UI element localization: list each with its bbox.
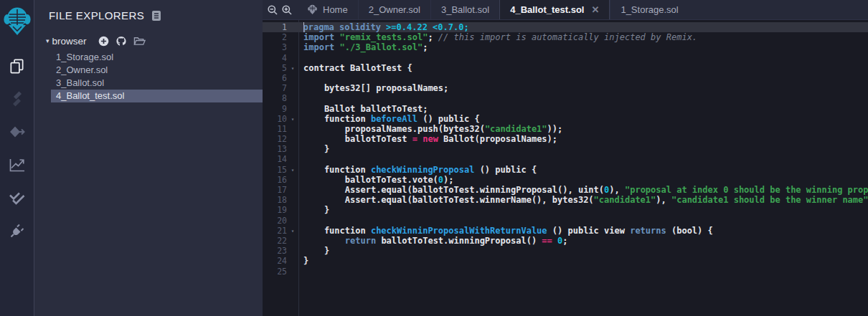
line-number: 12 — [263, 134, 287, 144]
code-text: function checkWinningProposal () public … — [298, 165, 537, 175]
code-text: proposalNames.push(bytes32("candidate1")… — [298, 124, 562, 134]
code-line[interactable]: 1pragma solidity >=0.4.22 <0.7.0; — [263, 22, 868, 32]
code-line[interactable]: 22 return ballotToTest.winningProposal()… — [263, 236, 868, 246]
code-line[interactable]: 17 Assert.equal(ballotToTest.winningProp… — [263, 185, 868, 195]
fold-spacer — [287, 53, 298, 63]
code-line[interactable]: 11 proposalNames.push(bytes32("candidate… — [263, 124, 868, 134]
fold-spacer — [287, 42, 298, 52]
code-line[interactable]: 8 — [263, 93, 868, 103]
remix-logo-icon — [3, 6, 32, 37]
tab-home[interactable]: Home — [297, 0, 358, 19]
code-line[interactable]: 25 — [263, 267, 868, 277]
line-number: 19 — [263, 205, 287, 215]
add-file-icon[interactable] — [98, 36, 109, 47]
file-row[interactable]: 3_Ballot.sol — [51, 77, 263, 90]
code-line[interactable]: 9 Ballot ballotToTest; — [263, 104, 868, 114]
line-number: 3 — [263, 42, 287, 52]
workspace-row-browser[interactable]: ▾ browser — [34, 34, 263, 48]
code-text: Assert.equal(ballotToTest.winningProposa… — [298, 185, 868, 195]
book-icon[interactable] — [151, 10, 161, 21]
zoom-out-icon[interactable] — [265, 0, 280, 19]
fold-spacer — [287, 134, 298, 144]
file-row[interactable]: 1_Storage.sol — [51, 51, 263, 64]
code-text: } — [298, 205, 329, 215]
file-row[interactable]: 2_Owner.sol — [51, 64, 263, 77]
tab-3-ballot-sol[interactable]: 3_Ballot.sol — [430, 0, 499, 19]
code-text: } — [298, 144, 329, 154]
code-line[interactable]: 10▾ function beforeAll () public { — [263, 114, 868, 124]
tab-label: 3_Ballot.sol — [441, 4, 489, 15]
code-line[interactable]: 24} — [263, 256, 868, 266]
line-number: 17 — [263, 185, 287, 195]
code-text: return ballotToTest.winningProposal() ==… — [298, 236, 568, 246]
code-text — [298, 73, 303, 83]
code-line[interactable]: 21▾ function checkWinninProposalWithRetu… — [263, 226, 868, 236]
fold-caret-icon[interactable]: ▾ — [287, 165, 298, 175]
line-number: 22 — [263, 236, 287, 246]
code-text: function beforeAll () public { — [298, 114, 480, 124]
tab-label: Home — [323, 4, 348, 15]
code-line[interactable]: 16 ballotToTest.vote(0); — [263, 175, 868, 185]
analysis-icon[interactable] — [0, 148, 34, 181]
code-text — [298, 93, 303, 103]
code-line[interactable]: 6 — [263, 73, 868, 83]
fold-spacer — [287, 124, 298, 134]
code-line[interactable]: 4 — [263, 53, 868, 63]
line-number: 18 — [263, 195, 287, 205]
remix-logo-gray-icon — [307, 4, 318, 15]
github-icon[interactable] — [115, 36, 127, 47]
tab-1-storage-sol[interactable]: 1_Storage.sol — [610, 0, 688, 19]
code-text: import "./3_Ballot.sol"; — [298, 42, 428, 52]
fold-spacer — [287, 216, 298, 226]
tab-2-owner-sol[interactable]: 2_Owner.sol — [358, 0, 430, 19]
editor-tabbar: Home 2_Owner.sol 3_Ballot.sol 4_Ballot_t… — [263, 0, 868, 20]
code-text: ballotToTest = new Ballot(proposalNames)… — [298, 134, 557, 144]
solidity-compiler-icon[interactable] — [0, 82, 34, 115]
code-line[interactable]: 2import "remix_tests.sol"; // this impor… — [263, 32, 868, 42]
code-line[interactable]: 19 } — [263, 205, 868, 215]
code-editor[interactable]: 1pragma solidity >=0.4.22 <0.7.0;2import… — [263, 20, 868, 316]
fold-spacer — [287, 154, 298, 164]
code-line[interactable]: 23 } — [263, 246, 868, 256]
code-line[interactable]: 13 } — [263, 144, 868, 154]
fold-caret-icon[interactable]: ▾ — [287, 63, 298, 73]
code-text: Ballot ballotToTest; — [298, 104, 428, 114]
code-text: } — [298, 246, 329, 256]
close-icon[interactable]: ✕ — [592, 5, 600, 14]
panel-title: FILE EXPLORERS — [49, 9, 144, 21]
line-number: 21 — [263, 226, 287, 236]
line-number: 11 — [263, 124, 287, 134]
code-line[interactable]: 5▾contract BallotTest { — [263, 63, 868, 73]
plugin-manager-icon[interactable] — [0, 214, 34, 247]
tab-4-ballot-test-sol[interactable]: 4_Ballot_test.sol ✕ — [499, 0, 610, 19]
testing-icon[interactable] — [0, 181, 34, 214]
file-tree: ▾ browser 1_Storage.sol — [34, 34, 263, 102]
code-text: pragma solidity >=0.4.22 <0.7.0; — [298, 22, 469, 32]
zoom-in-icon[interactable] — [280, 0, 294, 19]
fold-spacer — [287, 205, 298, 215]
code-text: } — [298, 256, 308, 266]
code-text: import "remix_tests.sol"; // this import… — [298, 32, 697, 42]
workspace-label: browser — [52, 36, 87, 47]
line-number: 10 — [263, 114, 287, 124]
fold-spacer — [287, 256, 298, 266]
code-line[interactable]: 3import "./3_Ballot.sol"; — [263, 42, 868, 52]
line-number: 8 — [263, 93, 287, 103]
code-line[interactable]: 7 bytes32[] proposalNames; — [263, 83, 868, 93]
file-explorer-icon[interactable] — [0, 49, 34, 82]
code-line[interactable]: 18 Assert.equal(ballotToTest.winnerName(… — [263, 195, 868, 205]
code-lines: 1pragma solidity >=0.4.22 <0.7.0;2import… — [263, 22, 868, 277]
open-folder-icon[interactable] — [133, 36, 146, 46]
code-line[interactable]: 14 — [263, 154, 868, 164]
code-line[interactable]: 20 — [263, 216, 868, 226]
remix-logo[interactable] — [2, 5, 32, 38]
code-line[interactable]: 15▾ function checkWinningProposal () pub… — [263, 165, 868, 175]
fold-caret-icon[interactable]: ▾ — [287, 226, 298, 236]
activity-icon-rail — [0, 0, 34, 316]
line-number: 7 — [263, 83, 287, 93]
fold-caret-icon[interactable]: ▾ — [287, 114, 298, 124]
deploy-run-icon[interactable] — [0, 115, 34, 148]
file-row[interactable]: 4_Ballot_test.sol — [51, 90, 263, 102]
code-line[interactable]: 12 ballotToTest = new Ballot(proposalNam… — [263, 134, 868, 144]
caret-down-icon[interactable]: ▾ — [46, 37, 49, 44]
